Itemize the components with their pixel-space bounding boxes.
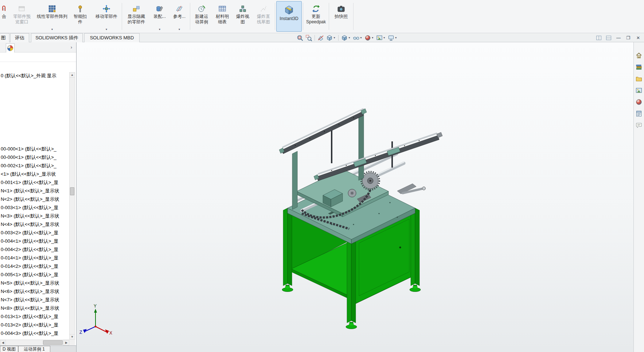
ribbon-button-label: 爆炸直	[257, 14, 270, 19]
hide-show-items-button[interactable]: ▼	[352, 34, 363, 42]
tree-root-assembly[interactable]: 0 (默认<<默认>_外观 显示	[1, 72, 69, 79]
configuration-manager-tab[interactable]	[6, 43, 15, 52]
tree-item[interactable]: 0-001<1> (默认<<默认>_显	[1, 179, 69, 187]
tree-item[interactable]: N<6> (默认<<默认>_显示状	[1, 288, 69, 296]
tab-3d-view[interactable]: D 视图	[0, 346, 18, 352]
tree-horizontal-scrollbar[interactable]: ◀ ▶	[0, 340, 69, 345]
ribbon-button-exploded-view[interactable]: 爆炸视 图	[233, 1, 253, 32]
task-pane-strip	[633, 42, 644, 352]
tree-vertical-scrollbar[interactable]: ▲ ▼	[69, 72, 75, 340]
scroll-left-arrow[interactable]: ◀	[0, 340, 6, 345]
tree-item[interactable]: N<5> (默认<<默认>_显示状	[1, 279, 69, 287]
linear-rail[interactable]	[282, 112, 363, 154]
scroll-thumb[interactable]	[43, 340, 63, 345]
section-view-icon	[317, 35, 324, 41]
idler-hub	[351, 192, 354, 195]
tree-item[interactable]: 0-004<1> (默认<<默认>_显	[1, 237, 69, 245]
view-settings-button[interactable]: ▼	[387, 34, 398, 42]
ribbon-group-separator	[329, 3, 329, 30]
ribbon-button-smart-fasteners[interactable]: 智能扣 件	[69, 1, 91, 32]
view-orientation-button[interactable]: ▼	[325, 34, 336, 42]
ribbon-button-move-component[interactable]: 移动零部件 ▼	[92, 1, 121, 32]
pane-split-vertical-icon[interactable]	[595, 34, 603, 41]
tree-item[interactable]: N<1> (默认<<默认>_显示状	[1, 187, 69, 195]
tree-item[interactable]: 0-003<1> (默认<<默认>_显	[1, 204, 69, 212]
ribbon-button-mate[interactable]: 合	[0, 1, 8, 32]
ribbon-button-component-preview[interactable]: 零部件预 览窗口	[8, 1, 35, 32]
home-button[interactable]	[634, 51, 644, 60]
rail-tower	[359, 111, 364, 180]
3d-model-assembly[interactable]: Y X Z	[77, 42, 633, 352]
edit-appearance-icon	[364, 35, 371, 41]
apply-scene-button[interactable]: ▼	[375, 34, 386, 42]
ribbon-button-instant3d[interactable]: Instant3D	[276, 1, 302, 32]
ribbon-button-label: 动算例	[195, 19, 208, 25]
frame-leg[interactable]	[283, 208, 288, 286]
tree-item[interactable]: 0-014<2> (默认<<默认>_显	[1, 262, 69, 270]
ribbon-button-explode-line-sketch[interactable]: 爆炸直 线草图	[253, 1, 274, 32]
door-keyhole	[399, 247, 401, 249]
ribbon-button-assembly-features[interactable]: 装配... ▼	[150, 1, 169, 32]
ribbon-button-new-motion-study[interactable]: 新建运 动算例	[191, 1, 212, 32]
tab-solidworks-mbd[interactable]: SOLIDWORKS MBD	[84, 33, 140, 42]
tree-item[interactable]: N<7> (默认<<默认>_显示状	[1, 296, 69, 304]
file-explorer-button[interactable]	[634, 74, 644, 83]
tree-item[interactable]: 0-004<2> (默认<<默认>_显	[1, 246, 69, 254]
panel-collapse-chevron[interactable]: ›	[68, 44, 75, 50]
section-view-button[interactable]	[317, 34, 325, 42]
ribbon-button-take-snapshot[interactable]: 拍快照	[330, 1, 352, 32]
leveling-foot[interactable]	[282, 285, 293, 292]
restore-button[interactable]: ❐	[624, 34, 632, 41]
ribbon-button-reference-geometry[interactable]: 参考... ▼	[170, 1, 189, 32]
tree-item[interactable]: 0-005<1> (默认<<默认>_显	[1, 271, 69, 279]
ribbon-button-label: 的零部件	[128, 19, 145, 25]
view-palette-button[interactable]	[634, 86, 644, 95]
zoom-area-button[interactable]	[305, 34, 313, 42]
frame-leg[interactable]	[347, 239, 351, 323]
comments-button[interactable]	[634, 121, 644, 130]
tree-item[interactable]: 0-014<1> (默认<<默认>_显	[1, 254, 69, 262]
tree-item[interactable]: 00-000<1> (默认<<默认>_	[1, 145, 69, 153]
display-style-button[interactable]: ▼	[340, 34, 351, 42]
frame-leg[interactable]	[411, 208, 415, 286]
ribbon-button-label: Instant3D	[280, 16, 298, 21]
close-button[interactable]: ✕	[634, 34, 642, 41]
tree-item[interactable]: 00-002<1> (默认<<默认>_	[1, 162, 69, 170]
design-library-button[interactable]	[634, 63, 644, 71]
ribbon-button-show-hidden-components[interactable]: 显示隐藏 的零部件	[123, 1, 149, 32]
tree-item[interactable]: 0-013<1> (默认<<默认>_显	[1, 313, 69, 321]
tree-item[interactable]: 0-004<3> (默认<<默认>_显	[1, 329, 69, 337]
pane-split-horizontal-icon[interactable]	[605, 34, 613, 41]
tree-item[interactable]: N<4> (默认<<默认>_显示状	[1, 220, 69, 228]
ribbon-button-update-speedpak[interactable]: 更新 Speedpak	[304, 1, 328, 32]
tree-item[interactable]: 0-013<2> (默认<<默认>_显	[1, 321, 69, 329]
scroll-down-arrow[interactable]: ▼	[69, 334, 75, 340]
ribbon-button-label: 爆炸视	[236, 14, 249, 19]
scroll-up-arrow[interactable]: ▲	[69, 72, 75, 78]
graphics-viewport[interactable]: Y X Z	[77, 42, 633, 352]
scroll-right-arrow[interactable]: ▶	[63, 340, 69, 345]
frame-leg-face	[351, 239, 356, 323]
tab-partial[interactable]: 图	[0, 33, 9, 42]
leveling-foot[interactable]	[410, 285, 421, 292]
tree-item[interactable]: N<2> (默认<<默认>_显示状	[1, 195, 69, 203]
tree-item[interactable]: 0-003<2> (默认<<默认>_显	[1, 229, 69, 237]
appearances-button[interactable]	[634, 98, 644, 106]
ribbon-button-bill-of-materials[interactable]: 材料明 细表	[212, 1, 232, 32]
tree-item[interactable]: N<3> (默认<<默认>_显示状	[1, 212, 69, 220]
tab-evaluate[interactable]: 评估	[10, 33, 29, 42]
tree-item[interactable]: 00-000<1> (默认<<默认>_	[1, 153, 69, 161]
zoom-fit-button[interactable]	[296, 34, 304, 42]
tree-item[interactable]: <1> (默认<<默认>_显示状	[1, 170, 69, 178]
ribbon-button-label: 览窗口	[15, 19, 28, 25]
tab-motion-study-1[interactable]: 运动算例 1	[18, 346, 50, 352]
leveling-foot[interactable]	[346, 322, 357, 329]
custom-properties-button[interactable]	[634, 109, 644, 118]
edit-appearance-button[interactable]: ▼	[364, 34, 375, 42]
minimize-button[interactable]: —	[614, 34, 622, 41]
scroll-thumb[interactable]	[70, 187, 74, 195]
tab-solidworks-addins[interactable]: SOLIDWORKS 插件	[31, 33, 83, 42]
ribbon-button-linear-pattern[interactable]: 线性零部件阵列 ▼	[36, 1, 68, 32]
tree-item[interactable]: N<8> (默认<<默认>_显示状	[1, 304, 69, 312]
smart-fasteners-icon	[76, 4, 84, 14]
